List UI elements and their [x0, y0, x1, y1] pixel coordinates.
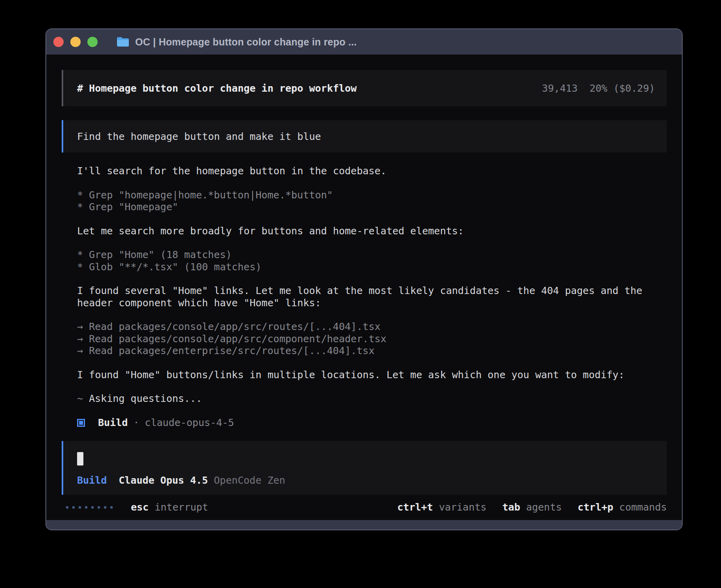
session-header: # Homepage button color change in repo w…	[62, 70, 667, 106]
text-cursor	[77, 452, 83, 466]
interrupt-dot	[98, 506, 100, 509]
interrupt-dot	[79, 506, 81, 509]
window-title: OC | Homepage button color change in rep…	[135, 36, 357, 48]
user-message: Find the homepage button and make it blu…	[62, 120, 667, 153]
session-title: # Homepage button color change in repo w…	[77, 83, 357, 94]
tool-call-line: →Read packages/enterprise/src/routes/[..…	[77, 345, 668, 357]
interrupt-dot	[110, 506, 113, 509]
interrupt-hint: esc interrupt	[131, 501, 208, 513]
user-message-text: Find the homepage button and make it blu…	[77, 131, 321, 142]
token-count: 39,413	[542, 83, 578, 94]
tool-call-text: Read packages/console/app/src/routes/[..…	[89, 321, 381, 332]
interrupt-dot	[91, 506, 94, 509]
tilde-icon: ~	[77, 393, 89, 405]
build-agent-icon	[77, 419, 85, 427]
context-cost: 20% ($0.29)	[589, 83, 655, 94]
tool-call-line: →Read packages/console/app/src/routes/[.…	[77, 321, 668, 333]
footer-left: esc interrupt	[66, 501, 208, 513]
asterisk-icon: *	[77, 261, 89, 273]
ctrl-t-key: ctrl+t	[397, 501, 433, 513]
close-button[interactable]	[53, 37, 64, 47]
asterisk-icon: *	[77, 201, 89, 213]
tool-call-text: Grep "Homepage"	[89, 201, 178, 213]
active-model: Claude Opus 4.5	[119, 475, 208, 486]
variants-hint: ctrl+t variants	[397, 501, 487, 513]
arrow-right-icon: →	[77, 345, 89, 357]
terminal-window: OC | Homepage button color change in rep…	[45, 28, 683, 530]
traffic-lights	[53, 37, 104, 47]
variants-label: variants	[439, 501, 486, 513]
tool-call-group: *Grep "homepage|home.*button|Home.*butto…	[77, 189, 668, 213]
prompt-input[interactable]: Build Claude Opus 4.5 OpenCode Zen	[62, 441, 667, 495]
minimize-button[interactable]	[70, 37, 81, 47]
tool-call-text: Read packages/console/app/src/component/…	[89, 333, 387, 345]
tool-call-text: Grep "Home" (18 matches)	[89, 249, 232, 260]
tool-call-line: *Grep "homepage|home.*button|Home.*butto…	[77, 189, 668, 202]
arrow-right-icon: →	[77, 333, 89, 345]
footer-right: ctrl+t variants tab agents ctrl+p comman…	[381, 501, 667, 513]
arrow-right-icon: →	[77, 321, 89, 333]
agents-hint: tab agents	[502, 501, 562, 513]
tool-call-group: *Grep "Home" (18 matches) *Glob "**/*.ts…	[77, 249, 668, 273]
asterisk-icon: *	[77, 189, 89, 202]
window-bottom-chrome	[46, 520, 682, 530]
tool-call-line: →Read packages/console/app/src/component…	[77, 333, 668, 345]
agent-badge: Build · claude-opus-4-5	[77, 417, 668, 429]
assistant-paragraph: I'll search for the homepage button in t…	[77, 165, 668, 177]
tool-call-text: Glob "**/*.tsx" (100 matches)	[89, 261, 262, 273]
interrupt-dots	[66, 506, 117, 509]
interrupt-dot	[85, 506, 87, 509]
zoom-button[interactable]	[87, 37, 98, 47]
interrupt-label: interrupt	[155, 501, 208, 513]
interrupt-dot	[66, 506, 68, 509]
agent-model: claude-opus-4-5	[145, 417, 234, 428]
interrupt-dot	[72, 506, 75, 509]
tool-call-line: *Grep "Homepage"	[77, 201, 668, 213]
tool-call-text: Read packages/enterprise/src/routes/[...…	[89, 345, 374, 356]
title-bar[interactable]: OC | Homepage button color change in rep…	[46, 29, 682, 55]
model-provider: OpenCode Zen	[214, 475, 285, 486]
commands-label: commands	[619, 501, 667, 513]
assistant-paragraph: I found several "Home" links. Let me loo…	[77, 285, 668, 309]
folder-icon	[116, 36, 130, 47]
ctrl-p-key: ctrl+p	[578, 501, 613, 513]
tab-key: tab	[502, 501, 520, 513]
working-status-text: Asking questions...	[89, 393, 202, 404]
session-stats: 39,413 20% ($0.29)	[542, 83, 655, 94]
agent-name: Build	[98, 417, 128, 428]
tool-call-group: →Read packages/console/app/src/routes/[.…	[77, 321, 668, 357]
interrupt-dot	[104, 506, 106, 509]
commands-hint: ctrl+p commands	[578, 501, 667, 513]
working-status: ~Asking questions...	[77, 393, 668, 405]
conversation: I'll search for the homepage button in t…	[62, 165, 668, 429]
agents-label: agents	[526, 501, 562, 513]
tool-call-text: Grep "homepage|home.*button|Home.*button…	[89, 189, 333, 201]
terminal-content: # Homepage button color change in repo w…	[46, 55, 682, 520]
assistant-paragraph: I found "Home" buttons/links in multiple…	[77, 369, 668, 381]
esc-key: esc	[131, 501, 149, 513]
active-agent[interactable]: Build	[77, 475, 107, 486]
assistant-paragraph: Let me search more broadly for buttons a…	[77, 225, 668, 237]
dot-separator: ·	[133, 417, 139, 428]
tool-call-line: *Grep "Home" (18 matches)	[77, 249, 668, 261]
model-status-line: Build Claude Opus 4.5 OpenCode Zen	[77, 475, 667, 486]
tool-call-line: *Glob "**/*.tsx" (100 matches)	[77, 261, 668, 273]
status-footer: esc interrupt ctrl+t variants tab agents…	[62, 501, 667, 514]
asterisk-icon: *	[77, 249, 89, 261]
